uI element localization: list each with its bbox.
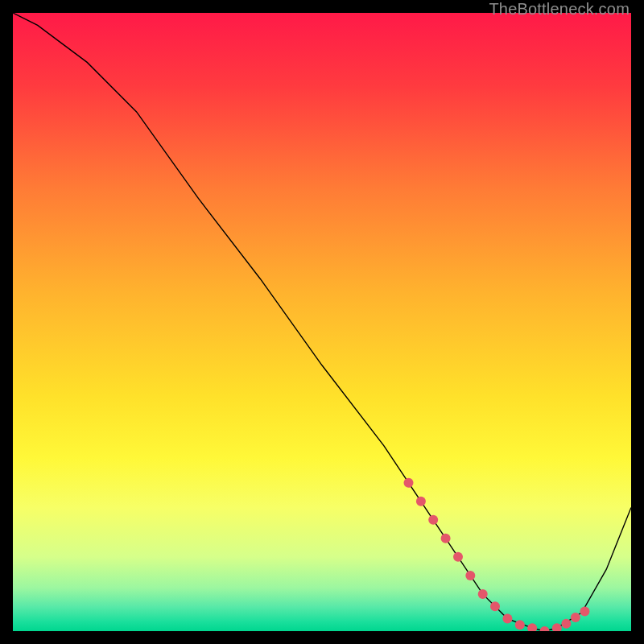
highlight-dot [404, 478, 414, 488]
highlight-dot [490, 601, 500, 611]
highlight-dot [453, 552, 463, 562]
watermark-text: TheBottleneck.com [489, 0, 630, 19]
highlight-dot [428, 515, 438, 525]
highlight-dot [571, 613, 580, 622]
bottleneck-chart [13, 13, 631, 631]
highlight-dot [465, 571, 475, 580]
chart-frame: TheBottleneck.com [0, 0, 644, 644]
highlight-dot [580, 606, 589, 616]
highlight-dot [478, 589, 488, 599]
highlight-dot [515, 620, 525, 630]
highlight-dot [502, 614, 512, 624]
highlight-dot [441, 534, 451, 543]
highlight-dot [416, 497, 426, 506]
highlight-dot [561, 619, 571, 629]
gradient-background [13, 13, 631, 631]
